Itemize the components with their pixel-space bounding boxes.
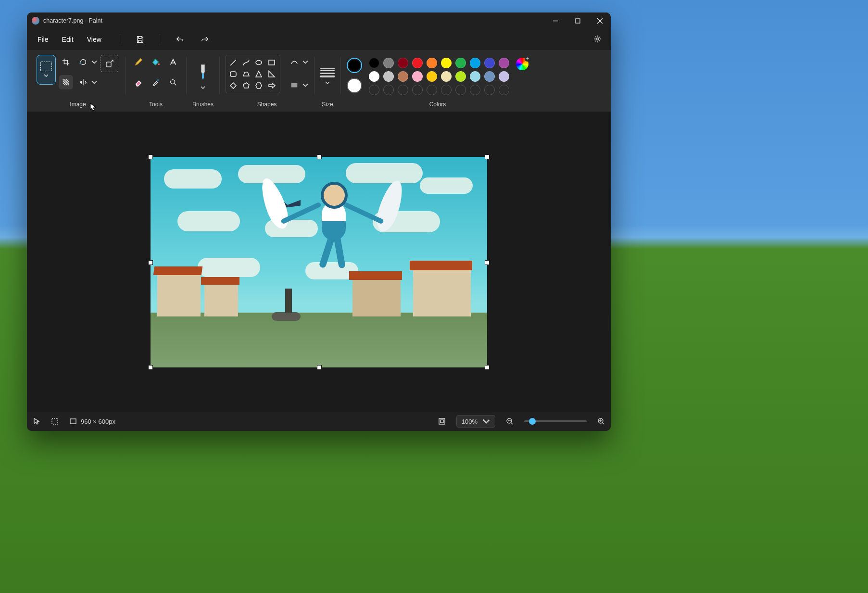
resize-handle[interactable]: [485, 260, 490, 265]
canvas[interactable]: [151, 157, 487, 367]
menu-edit[interactable]: Edit: [55, 33, 80, 46]
color-picker-tool[interactable]: [149, 75, 163, 89]
text-tool[interactable]: [166, 55, 180, 69]
fit-to-window-button[interactable]: [438, 417, 446, 425]
swatch-empty[interactable]: [484, 85, 495, 95]
flip-button[interactable]: [76, 75, 97, 89]
swatch[interactable]: [383, 58, 394, 68]
group-label-tools: Tools: [149, 101, 163, 108]
fill-tool[interactable]: [149, 55, 163, 69]
zoom-slider[interactable]: [524, 420, 587, 422]
swatch[interactable]: [412, 58, 423, 68]
swatch[interactable]: [484, 58, 495, 68]
shape-arrow[interactable]: [267, 81, 276, 90]
titlebar[interactable]: character7.png - Paint: [27, 13, 611, 29]
swatch[interactable]: [369, 71, 379, 82]
resize-handle[interactable]: [485, 154, 490, 159]
swatch-empty[interactable]: [470, 85, 480, 95]
resize-handle[interactable]: [317, 154, 322, 159]
settings-button[interactable]: [593, 35, 602, 45]
swatch-empty[interactable]: [427, 85, 437, 95]
brush-tool[interactable]: [197, 63, 209, 82]
shape-rrect[interactable]: [229, 70, 238, 78]
color-2[interactable]: [347, 78, 362, 93]
swatch[interactable]: [369, 58, 379, 68]
swatch-empty[interactable]: [412, 85, 423, 95]
shape-outline-button[interactable]: [287, 55, 308, 69]
edit-colors-button[interactable]: [516, 58, 528, 70]
swatch-empty[interactable]: [383, 85, 394, 95]
group-size: Size: [314, 55, 340, 108]
eraser-tool[interactable]: [131, 75, 146, 89]
group-brushes: Brushes: [187, 55, 219, 108]
swatch[interactable]: [383, 71, 394, 82]
swatch[interactable]: [412, 71, 423, 82]
swatch-empty[interactable]: [455, 85, 466, 95]
canvas-area[interactable]: [27, 112, 611, 412]
swatch[interactable]: [470, 58, 480, 68]
rotate-button[interactable]: [76, 55, 97, 69]
color-palette: [369, 58, 509, 95]
swatch[interactable]: [470, 71, 480, 82]
transparent-selection-button[interactable]: [59, 75, 73, 89]
select-tool[interactable]: [37, 55, 56, 85]
resize-handle[interactable]: [148, 365, 153, 370]
pencil-tool[interactable]: [131, 55, 146, 69]
chevron-down-icon[interactable]: [201, 85, 205, 90]
crop-button[interactable]: [59, 55, 73, 69]
swatch[interactable]: [455, 71, 466, 82]
redo-button[interactable]: [197, 31, 213, 48]
zoom-in-button[interactable]: [597, 417, 605, 425]
swatch[interactable]: [441, 58, 452, 68]
close-button[interactable]: [589, 13, 611, 29]
swatch[interactable]: [398, 71, 408, 82]
swatch[interactable]: [427, 58, 437, 68]
size-button[interactable]: [320, 68, 335, 85]
color-1[interactable]: [347, 58, 362, 73]
swatch[interactable]: [499, 71, 509, 82]
shape-polygon[interactable]: [242, 70, 251, 78]
shape-pentagon[interactable]: [242, 81, 251, 90]
magnifier-tool[interactable]: [166, 75, 180, 89]
swatch[interactable]: [455, 58, 466, 68]
swatch[interactable]: [398, 58, 408, 68]
swatch-empty[interactable]: [398, 85, 408, 95]
swatch[interactable]: [441, 71, 452, 82]
app-icon: [32, 17, 39, 25]
swatch[interactable]: [484, 71, 495, 82]
resize-handle[interactable]: [317, 365, 322, 370]
shape-triangle[interactable]: [254, 70, 263, 78]
shape-rect[interactable]: [267, 58, 276, 67]
maximize-button[interactable]: [566, 13, 589, 29]
shape-curve[interactable]: [242, 58, 251, 67]
menubar: File Edit View: [27, 29, 611, 50]
swatch-empty[interactable]: [441, 85, 452, 95]
swatch[interactable]: [427, 71, 437, 82]
shape-oval[interactable]: [254, 58, 263, 67]
resize-handle[interactable]: [485, 365, 490, 370]
zoom-dropdown[interactable]: 100%: [456, 415, 495, 428]
shape-diamond[interactable]: [229, 81, 238, 90]
resize-handle[interactable]: [148, 154, 153, 159]
canvas-size: 960 × 600px: [69, 417, 115, 425]
swatch-empty[interactable]: [499, 85, 509, 95]
shape-line[interactable]: [229, 58, 238, 67]
resize-button[interactable]: [100, 55, 119, 72]
menu-view[interactable]: View: [80, 33, 108, 46]
menu-file[interactable]: File: [31, 33, 55, 46]
cursor-icon: [33, 417, 40, 425]
canvas-image: [151, 157, 487, 367]
zoom-out-button[interactable]: [506, 417, 514, 425]
resize-handle[interactable]: [148, 260, 153, 265]
svg-rect-0: [576, 19, 580, 23]
swatch[interactable]: [499, 58, 509, 68]
shape-rtriangle[interactable]: [267, 70, 276, 78]
svg-rect-7: [230, 72, 236, 76]
shape-hexagon[interactable]: [254, 81, 263, 90]
minimize-button[interactable]: [544, 13, 566, 29]
shape-fill-button[interactable]: [287, 78, 308, 92]
save-button[interactable]: [132, 31, 148, 48]
slider-thumb[interactable]: [529, 418, 536, 425]
undo-button[interactable]: [172, 31, 188, 48]
swatch-empty[interactable]: [369, 85, 379, 95]
